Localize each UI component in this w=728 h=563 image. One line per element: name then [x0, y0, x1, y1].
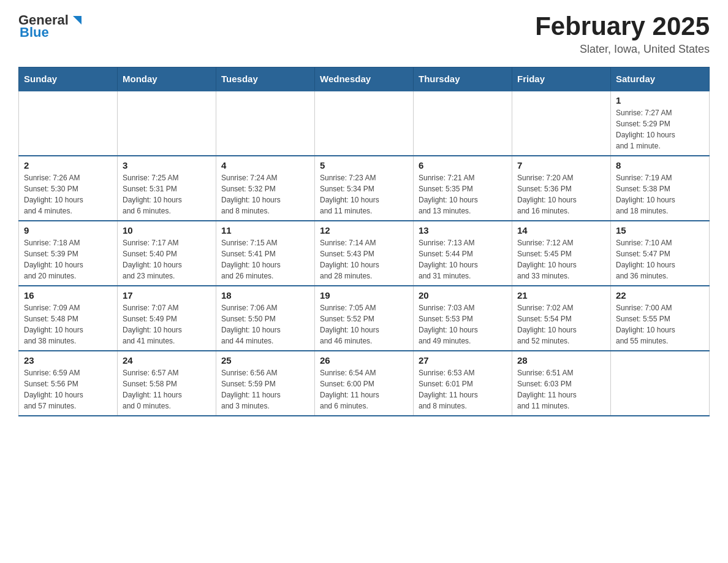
- calendar-cell: [19, 91, 118, 156]
- day-info: Sunrise: 7:23 AM Sunset: 5:34 PM Dayligh…: [320, 172, 408, 216]
- weekday-header-saturday: Saturday: [611, 67, 710, 91]
- day-number: 8: [616, 160, 704, 170]
- calendar-table: SundayMondayTuesdayWednesdayThursdayFrid…: [18, 67, 710, 416]
- day-info: Sunrise: 7:24 AM Sunset: 5:32 PM Dayligh…: [221, 172, 309, 216]
- day-info: Sunrise: 6:56 AM Sunset: 5:59 PM Dayligh…: [221, 367, 309, 412]
- day-number: 4: [221, 160, 309, 170]
- calendar-cell: 8Sunrise: 7:19 AM Sunset: 5:38 PM Daylig…: [611, 156, 710, 221]
- calendar-cell: 21Sunrise: 7:02 AM Sunset: 5:54 PM Dayli…: [512, 286, 611, 351]
- day-number: 16: [24, 290, 112, 301]
- day-info: Sunrise: 6:59 AM Sunset: 5:56 PM Dayligh…: [24, 367, 112, 412]
- day-info: Sunrise: 6:57 AM Sunset: 5:58 PM Dayligh…: [123, 367, 211, 412]
- day-info: Sunrise: 7:09 AM Sunset: 5:48 PM Dayligh…: [24, 302, 112, 347]
- calendar-cell: 27Sunrise: 6:53 AM Sunset: 6:01 PM Dayli…: [414, 351, 512, 416]
- calendar-cell: 18Sunrise: 7:06 AM Sunset: 5:50 PM Dayli…: [216, 286, 315, 351]
- day-info: Sunrise: 7:13 AM Sunset: 5:44 PM Dayligh…: [419, 237, 507, 282]
- day-info: Sunrise: 6:51 AM Sunset: 6:03 PM Dayligh…: [517, 367, 605, 412]
- day-number: 21: [517, 290, 605, 301]
- day-number: 23: [24, 355, 112, 366]
- day-info: Sunrise: 7:17 AM Sunset: 5:40 PM Dayligh…: [123, 237, 211, 282]
- day-number: 15: [616, 225, 704, 236]
- calendar-cell: [611, 351, 710, 416]
- day-number: 14: [517, 225, 605, 236]
- day-info: Sunrise: 6:54 AM Sunset: 6:00 PM Dayligh…: [320, 367, 408, 412]
- day-number: 27: [419, 355, 507, 366]
- calendar-cell: [216, 91, 315, 156]
- weekday-header-sunday: Sunday: [19, 67, 118, 91]
- calendar-cell: 28Sunrise: 6:51 AM Sunset: 6:03 PM Dayli…: [512, 351, 611, 416]
- day-number: 26: [320, 355, 408, 366]
- title-section: February 2025 Slater, Iowa, United State…: [535, 12, 710, 56]
- calendar-cell: 6Sunrise: 7:21 AM Sunset: 5:35 PM Daylig…: [414, 156, 512, 221]
- calendar-cell: 3Sunrise: 7:25 AM Sunset: 5:31 PM Daylig…: [118, 156, 216, 221]
- calendar-cell: 20Sunrise: 7:03 AM Sunset: 5:53 PM Dayli…: [414, 286, 512, 351]
- day-number: 2: [24, 160, 112, 170]
- day-info: Sunrise: 7:25 AM Sunset: 5:31 PM Dayligh…: [123, 172, 211, 216]
- calendar-cell: 16Sunrise: 7:09 AM Sunset: 5:48 PM Dayli…: [19, 286, 118, 351]
- weekday-header-monday: Monday: [118, 67, 216, 91]
- calendar-cell: 2Sunrise: 7:26 AM Sunset: 5:30 PM Daylig…: [19, 156, 118, 221]
- day-number: 19: [320, 290, 408, 301]
- calendar-week-1: 1Sunrise: 7:27 AM Sunset: 5:29 PM Daylig…: [19, 91, 710, 156]
- day-number: 10: [123, 225, 211, 236]
- calendar-cell: 24Sunrise: 6:57 AM Sunset: 5:58 PM Dayli…: [118, 351, 216, 416]
- day-info: Sunrise: 7:12 AM Sunset: 5:45 PM Dayligh…: [517, 237, 605, 282]
- weekday-header-thursday: Thursday: [414, 67, 512, 91]
- calendar-cell: 26Sunrise: 6:54 AM Sunset: 6:00 PM Dayli…: [315, 351, 414, 416]
- calendar-week-3: 9Sunrise: 7:18 AM Sunset: 5:39 PM Daylig…: [19, 221, 710, 286]
- day-info: Sunrise: 7:05 AM Sunset: 5:52 PM Dayligh…: [320, 302, 408, 347]
- page-header: General Blue February 2025 Slater, Iowa,…: [18, 12, 710, 56]
- calendar-cell: 15Sunrise: 7:10 AM Sunset: 5:47 PM Dayli…: [611, 221, 710, 286]
- calendar-cell: 23Sunrise: 6:59 AM Sunset: 5:56 PM Dayli…: [19, 351, 118, 416]
- day-number: 28: [517, 355, 605, 366]
- day-info: Sunrise: 6:53 AM Sunset: 6:01 PM Dayligh…: [419, 367, 507, 412]
- day-info: Sunrise: 7:26 AM Sunset: 5:30 PM Dayligh…: [24, 172, 112, 216]
- calendar-cell: [118, 91, 216, 156]
- logo-blue-text: Blue: [20, 25, 49, 40]
- day-number: 20: [419, 290, 507, 301]
- weekday-header-row: SundayMondayTuesdayWednesdayThursdayFrid…: [19, 67, 710, 91]
- calendar-cell: 10Sunrise: 7:17 AM Sunset: 5:40 PM Dayli…: [118, 221, 216, 286]
- day-info: Sunrise: 7:10 AM Sunset: 5:47 PM Dayligh…: [616, 237, 704, 282]
- svg-marker-0: [73, 16, 82, 25]
- day-info: Sunrise: 7:06 AM Sunset: 5:50 PM Dayligh…: [221, 302, 309, 347]
- day-info: Sunrise: 7:15 AM Sunset: 5:41 PM Dayligh…: [221, 237, 309, 282]
- weekday-header-wednesday: Wednesday: [315, 67, 414, 91]
- calendar-cell: [315, 91, 414, 156]
- calendar-cell: [414, 91, 512, 156]
- logo-triangle-icon: [70, 13, 84, 27]
- day-number: 24: [123, 355, 211, 366]
- calendar-cell: 5Sunrise: 7:23 AM Sunset: 5:34 PM Daylig…: [315, 156, 414, 221]
- day-info: Sunrise: 7:18 AM Sunset: 5:39 PM Dayligh…: [24, 237, 112, 282]
- day-info: Sunrise: 7:14 AM Sunset: 5:43 PM Dayligh…: [320, 237, 408, 282]
- day-number: 5: [320, 160, 408, 170]
- day-number: 18: [221, 290, 309, 301]
- calendar-cell: 22Sunrise: 7:00 AM Sunset: 5:55 PM Dayli…: [611, 286, 710, 351]
- calendar-cell: 11Sunrise: 7:15 AM Sunset: 5:41 PM Dayli…: [216, 221, 315, 286]
- day-number: 12: [320, 225, 408, 236]
- calendar-cell: 17Sunrise: 7:07 AM Sunset: 5:49 PM Dayli…: [118, 286, 216, 351]
- day-number: 6: [419, 160, 507, 170]
- day-info: Sunrise: 7:07 AM Sunset: 5:49 PM Dayligh…: [123, 302, 211, 347]
- day-number: 22: [616, 290, 704, 301]
- calendar-cell: 1Sunrise: 7:27 AM Sunset: 5:29 PM Daylig…: [611, 91, 710, 156]
- weekday-header-tuesday: Tuesday: [216, 67, 315, 91]
- calendar-cell: 14Sunrise: 7:12 AM Sunset: 5:45 PM Dayli…: [512, 221, 611, 286]
- day-info: Sunrise: 7:19 AM Sunset: 5:38 PM Dayligh…: [616, 172, 704, 216]
- day-info: Sunrise: 7:00 AM Sunset: 5:55 PM Dayligh…: [616, 302, 704, 347]
- calendar-week-5: 23Sunrise: 6:59 AM Sunset: 5:56 PM Dayli…: [19, 351, 710, 416]
- day-info: Sunrise: 7:03 AM Sunset: 5:53 PM Dayligh…: [419, 302, 507, 347]
- day-number: 1: [616, 95, 704, 105]
- day-number: 13: [419, 225, 507, 236]
- calendar-cell: [512, 91, 611, 156]
- calendar-cell: 25Sunrise: 6:56 AM Sunset: 5:59 PM Dayli…: [216, 351, 315, 416]
- day-number: 9: [24, 225, 112, 236]
- day-number: 25: [221, 355, 309, 366]
- day-number: 7: [517, 160, 605, 170]
- calendar-cell: 9Sunrise: 7:18 AM Sunset: 5:39 PM Daylig…: [19, 221, 118, 286]
- calendar-cell: 12Sunrise: 7:14 AM Sunset: 5:43 PM Dayli…: [315, 221, 414, 286]
- day-info: Sunrise: 7:21 AM Sunset: 5:35 PM Dayligh…: [419, 172, 507, 216]
- day-number: 3: [123, 160, 211, 170]
- logo: General Blue: [18, 12, 84, 40]
- calendar-cell: 13Sunrise: 7:13 AM Sunset: 5:44 PM Dayli…: [414, 221, 512, 286]
